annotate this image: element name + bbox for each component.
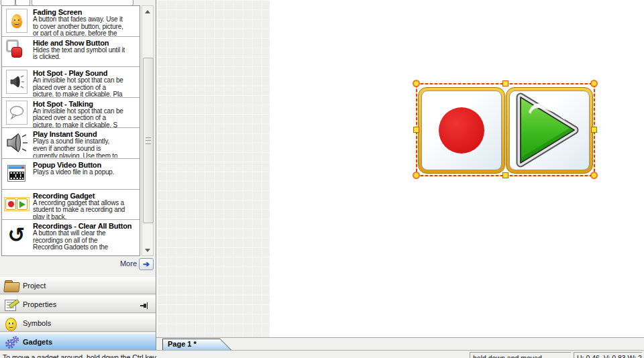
record-circle-icon (439, 107, 484, 154)
list-item-recordings-clear-all[interactable]: ↺ Recordings - Clear All Button A button… (2, 220, 140, 251)
gadget-title: Recordings - Clear All Button (33, 221, 131, 230)
hide-show-icon (4, 38, 29, 61)
scrollbar-thumb[interactable] (143, 58, 154, 223)
hotspot-sound-icon (6, 70, 28, 94)
sidebar-tab-symbols[interactable]: Symbols (0, 314, 156, 332)
gadget-description: A recording gadget that allows a student… (33, 200, 125, 219)
clear-recordings-icon: ↺ (4, 221, 29, 248)
list-scrollbar[interactable] (142, 5, 154, 256)
gadget-title: Recording Gadget (33, 191, 125, 200)
selection-handle-right[interactable] (591, 127, 597, 133)
hotspot-talking-icon (6, 101, 28, 125)
gadget-description: Plays a sound file instantly, even if an… (33, 138, 117, 158)
status-middle-panel: held down and moved (470, 352, 572, 358)
page-tab-label: Page 1 * (168, 340, 197, 348)
fading-screen-icon (6, 9, 28, 33)
selection-handle-bottom-right[interactable] (591, 172, 597, 178)
gadget-title: Popup Video Button (33, 160, 114, 169)
list-item-fading-screen[interactable]: Fading Screen A button that fades away. … (2, 6, 140, 37)
gadget-list: Fading Screen A button that fades away. … (1, 5, 140, 256)
selection-handle-top-left[interactable] (413, 80, 419, 86)
gears-icon (4, 336, 20, 349)
selection-handle-top-right[interactable] (591, 80, 597, 86)
gadget-title: Fading Screen (33, 7, 123, 16)
page-tab[interactable]: Page 1 * (162, 339, 232, 351)
list-item-popup-video-button[interactable]: Popup Video Button Plays a video file in… (2, 159, 140, 190)
properties-icon (4, 298, 20, 312)
gadget-title: Play Instant Sound (33, 129, 117, 138)
gadget-description: An invisible hot spot that can be placed… (33, 77, 123, 97)
list-item-hotspot-talking[interactable]: Hot Spot - Talking An invisible hot spot… (2, 98, 140, 129)
more-button[interactable]: ➔ (139, 258, 154, 270)
tab-label: Gadgets (23, 338, 52, 346)
gadget-description: Plays a video file in a popup. (33, 169, 114, 188)
scroll-down-icon[interactable] (142, 245, 153, 255)
gadget-title: Hot Spot - Talking (33, 99, 123, 108)
tab-label: Project (23, 282, 46, 290)
status-hint-text: To move a gadget around, hold down the C… (3, 353, 156, 358)
canvas-grid-margin (157, 0, 270, 337)
selection-handle-bottom-left[interactable] (413, 172, 419, 178)
play-triangle-icon (511, 90, 582, 170)
selection-handle-bottom[interactable] (502, 172, 508, 178)
gadget-title: Hide and Show Button (33, 38, 125, 47)
list-item-hide-show-button[interactable]: Hide and Show Button Hides the text and … (2, 37, 140, 68)
gadget-title: Hot Spot - Play Sound (33, 68, 123, 77)
scroll-up-icon[interactable] (142, 7, 153, 16)
app-window: Fading Screen A button that fades away. … (0, 0, 644, 358)
speaker-icon (4, 129, 29, 156)
gadget-description: A button that fades away. Use it to cove… (33, 16, 123, 36)
smiley-icon (4, 317, 20, 331)
pin-icon[interactable] (140, 302, 149, 309)
gadget-description: A button that will clear the recordings … (33, 230, 131, 249)
gadget-description: Hides the text and symbol until it is cl… (33, 47, 125, 66)
more-label: More (0, 259, 137, 267)
sidebar-tab-properties[interactable]: Properties (0, 296, 156, 313)
selection-handle-left[interactable] (413, 127, 419, 133)
list-item-play-instant-sound[interactable]: Play Instant Sound Plays a sound file in… (2, 128, 140, 159)
status-bar: To move a gadget around, hold down the C… (0, 350, 644, 358)
sidebar: Fading Screen A button that fades away. … (0, 0, 156, 358)
tab-label: Properties (23, 300, 56, 308)
popup-video-icon (4, 160, 29, 187)
recording-gadget-icon (4, 191, 29, 218)
selection-handle-top[interactable] (502, 80, 508, 86)
arrow-right-icon: ➔ (143, 259, 150, 269)
tab-label: Symbols (23, 319, 51, 327)
gadget-description: An invisible hot spot that can be placed… (33, 108, 123, 127)
list-item-hotspot-play-sound[interactable]: Hot Spot - Play Sound An invisible hot s… (2, 67, 140, 98)
status-coordinates: H: 0.46, V: 0.83 W: 2.08, H: 2.08 (574, 352, 643, 358)
list-item-recording-gadget[interactable]: Recording Gadget A recording gadget that… (2, 190, 140, 221)
folder-icon (4, 280, 20, 293)
page-tab-bar: Page 1 * (156, 337, 644, 350)
sidebar-tab-project[interactable]: Project (0, 277, 156, 294)
sidebar-tab-gadgets[interactable]: Gadgets (0, 333, 156, 351)
